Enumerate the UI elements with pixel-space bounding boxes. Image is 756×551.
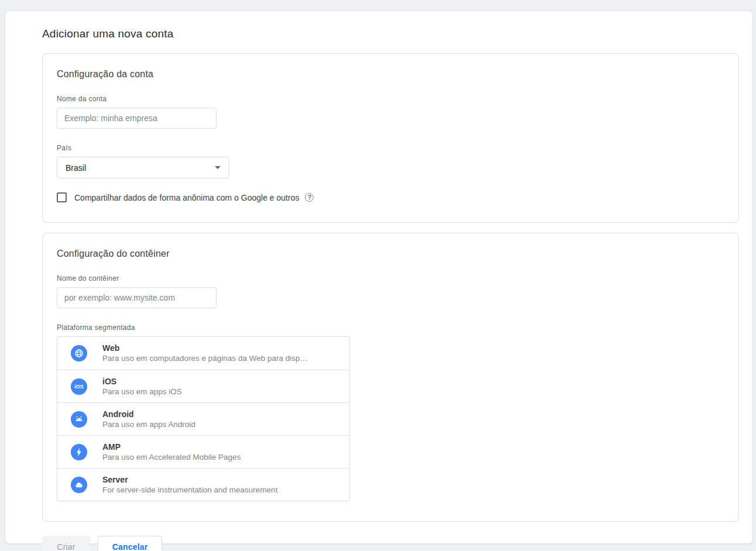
help-icon[interactable]: ? xyxy=(305,193,314,202)
platform-option-amp[interactable]: AMP Para uso em Accelerated Mobile Pages xyxy=(57,435,349,468)
platform-description: Para uso em apps Android xyxy=(102,419,195,429)
platform-name: Android xyxy=(102,409,195,419)
account-settings-title: Configuração da conta xyxy=(57,69,724,80)
share-data-checkbox[interactable] xyxy=(57,192,67,202)
container-settings-card: Configuração do contêiner Nome do contêi… xyxy=(42,233,739,522)
container-name-label: Nome do contêiner xyxy=(57,274,724,283)
platform-option-android[interactable]: Android Para uso em apps Android xyxy=(57,402,349,435)
server-icon xyxy=(71,477,87,493)
platform-list: Web Para uso em computadores e páginas d… xyxy=(57,336,350,501)
platform-option-web[interactable]: Web Para uso em computadores e páginas d… xyxy=(57,337,349,370)
platform-name: iOS xyxy=(102,377,182,387)
ios-icon: iOS xyxy=(71,378,87,395)
account-settings-card: Configuração da conta Nome da conta País… xyxy=(42,53,739,223)
share-data-label: Compartilhar dados de forma anônima com … xyxy=(74,193,299,202)
page-title: Adicionar uma nova conta xyxy=(42,27,752,40)
amp-icon xyxy=(71,444,87,460)
account-name-input[interactable] xyxy=(57,108,217,129)
platform-description: Para uso em apps iOS xyxy=(102,387,182,397)
platform-description: For server-side instrumentation and meas… xyxy=(102,485,277,495)
android-icon xyxy=(71,411,87,428)
platform-option-ios[interactable]: iOS iOS Para uso em apps iOS xyxy=(57,370,349,402)
target-platform-label: Plataforma segmentada xyxy=(57,323,724,332)
country-select[interactable]: Brasil xyxy=(57,157,229,178)
platform-name: AMP xyxy=(102,442,240,452)
platform-name: Web xyxy=(102,343,308,353)
country-label: País xyxy=(57,144,724,152)
share-data-row: Compartilhar dados de forma anônima com … xyxy=(57,192,724,202)
container-name-input[interactable] xyxy=(57,287,217,308)
country-select-value: Brasil xyxy=(66,163,86,173)
cancel-button[interactable]: Cancelar xyxy=(98,536,162,551)
globe-icon xyxy=(71,345,87,361)
container-settings-title: Configuração do contêiner xyxy=(57,249,724,259)
platform-description: Para uso em Accelerated Mobile Pages xyxy=(102,452,240,462)
add-account-panel: Adicionar uma nova conta Configuração da… xyxy=(5,11,753,544)
platform-option-server[interactable]: Server For server-side instrumentation a… xyxy=(57,468,349,501)
account-name-label: Nome da conta xyxy=(57,95,724,103)
platform-description: Para uso em computadores e páginas da We… xyxy=(102,353,308,363)
platform-name: Server xyxy=(102,475,277,485)
create-button[interactable]: Criar xyxy=(42,536,90,551)
form-actions: Criar Cancelar xyxy=(42,536,752,551)
chevron-down-icon xyxy=(215,166,221,169)
